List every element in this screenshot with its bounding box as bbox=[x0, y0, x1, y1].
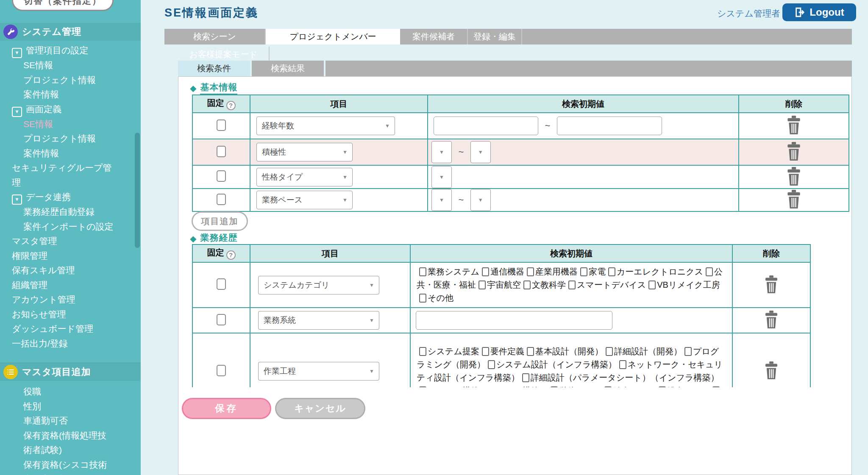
sidebar-item[interactable]: ▼管理項目の設定 bbox=[0, 43, 119, 58]
item-select[interactable]: 作業工程 bbox=[258, 362, 379, 381]
add-item-button[interactable]: 項目追加 bbox=[192, 211, 248, 231]
delete-trash-icon[interactable] bbox=[786, 116, 801, 134]
delete-trash-icon[interactable] bbox=[786, 142, 801, 161]
collapse-toggle-icon[interactable]: ▼ bbox=[12, 107, 22, 117]
item-select[interactable]: 業務系統 bbox=[258, 311, 379, 330]
checkbox[interactable] bbox=[419, 294, 426, 303]
sidebar-item[interactable]: 役職 bbox=[0, 384, 114, 399]
sidebar-item[interactable]: ▼データ連携 bbox=[0, 190, 119, 205]
subtab-search-conditions[interactable]: 検索条件 bbox=[178, 61, 250, 76]
checkbox[interactable] bbox=[523, 281, 531, 289]
checkbox[interactable] bbox=[606, 347, 613, 356]
item-select[interactable]: 性格タイプ bbox=[256, 168, 353, 186]
sidebar-item[interactable]: 組織管理 bbox=[0, 278, 119, 293]
sidebar-item[interactable]: 性別 bbox=[0, 399, 114, 414]
sidebar-item[interactable]: 一括出力/登録 bbox=[0, 336, 119, 351]
item-select[interactable]: 業務ペース bbox=[256, 191, 353, 209]
sidebar-item[interactable]: 保有スキル管理 bbox=[0, 263, 119, 278]
fixed-checkbox[interactable] bbox=[217, 314, 226, 325]
fixed-checkbox[interactable] bbox=[217, 194, 226, 205]
delete-trash-icon[interactable] bbox=[764, 311, 779, 328]
range-from-select[interactable] bbox=[431, 141, 452, 163]
sidebar-item[interactable]: 案件情報 bbox=[0, 146, 114, 161]
delete-trash-icon[interactable] bbox=[786, 190, 801, 208]
sidebar-item[interactable]: アカウント管理 bbox=[0, 292, 119, 307]
checkbox[interactable] bbox=[706, 267, 713, 276]
item-select[interactable]: 経験年数 bbox=[256, 117, 395, 135]
sidebar-item[interactable]: SE情報 bbox=[0, 117, 114, 132]
checkbox[interactable] bbox=[712, 386, 720, 387]
sidebar-item[interactable]: 保有資格(シスコ技術者認定資格) bbox=[0, 458, 114, 475]
checkbox[interactable] bbox=[648, 281, 656, 289]
checkbox[interactable] bbox=[419, 386, 426, 387]
sidebar-item[interactable]: セキュリティグループ管理 bbox=[0, 161, 119, 190]
sidebar-item[interactable]: プロジェクト情報 bbox=[0, 73, 114, 88]
checkbox[interactable] bbox=[551, 386, 558, 387]
range-to-input[interactable] bbox=[557, 117, 662, 135]
sidebar-item[interactable]: SE情報 bbox=[0, 58, 114, 73]
logout-button[interactable]: Logout bbox=[782, 3, 856, 21]
tab-project-member[interactable]: プロジェクトメンバー bbox=[266, 29, 400, 44]
sidebar-item[interactable]: 案件インポートの設定 bbox=[0, 219, 114, 234]
checkbox[interactable] bbox=[522, 373, 529, 382]
checkbox[interactable] bbox=[684, 347, 692, 356]
delete-trash-icon[interactable] bbox=[786, 167, 801, 186]
collapse-toggle-icon[interactable]: ▼ bbox=[12, 194, 22, 205]
checkbox[interactable] bbox=[419, 267, 426, 276]
sidebar-item[interactable]: プロジェクト情報 bbox=[0, 131, 114, 146]
tab-register-edit[interactable]: 登録・編集 bbox=[468, 29, 522, 44]
tab-search-scene[interactable]: 検索シーン bbox=[164, 29, 266, 44]
sidebar-scrollbar-thumb[interactable] bbox=[135, 133, 140, 248]
checkbox[interactable] bbox=[568, 281, 576, 289]
range-from-input[interactable] bbox=[434, 117, 538, 135]
fixed-checkbox[interactable] bbox=[217, 146, 226, 157]
sidebar-item[interactable]: お知らせ管理 bbox=[0, 307, 119, 322]
help-icon[interactable]: ? bbox=[226, 250, 236, 260]
checkbox[interactable] bbox=[527, 347, 534, 356]
sidebar-item[interactable]: 業務経歴自動登録 bbox=[0, 205, 114, 219]
value-text-input[interactable] bbox=[416, 311, 612, 330]
sidebar-item[interactable]: ▼画面定義 bbox=[0, 102, 119, 117]
table-header-row: 固定? 項目 検索初期値 削除 bbox=[192, 244, 810, 262]
subtab-search-results[interactable]: 検索結果 bbox=[252, 61, 324, 76]
sidebar-item-label: マスタ管理 bbox=[12, 236, 57, 246]
checkbox[interactable] bbox=[482, 267, 489, 276]
item-select[interactable]: システムカテゴリ bbox=[258, 276, 379, 294]
fixed-checkbox[interactable] bbox=[217, 278, 226, 290]
tab-case-candidate[interactable]: 案件候補者 bbox=[400, 29, 468, 44]
save-button[interactable]: 保存 bbox=[182, 398, 271, 419]
delete-trash-icon[interactable] bbox=[764, 275, 779, 293]
range-to-select[interactable] bbox=[470, 189, 491, 211]
item-select[interactable]: 積極性 bbox=[256, 143, 353, 161]
sidebar-item[interactable]: 車通勤可否 bbox=[0, 414, 114, 428]
checkbox-option: システム設計（インフラ構築） bbox=[485, 360, 617, 369]
sidebar-item[interactable]: マスタ管理 bbox=[0, 234, 119, 249]
fixed-checkbox[interactable] bbox=[217, 170, 226, 182]
fixed-checkbox[interactable] bbox=[217, 119, 226, 131]
checkbox[interactable] bbox=[488, 360, 495, 369]
switch-case-button[interactable]: 切替（案件指定） bbox=[12, 0, 114, 11]
range-from-select[interactable] bbox=[431, 189, 452, 211]
checkbox[interactable] bbox=[608, 267, 615, 276]
range-to-select[interactable] bbox=[470, 141, 491, 163]
checkbox[interactable] bbox=[619, 360, 626, 369]
checkbox[interactable] bbox=[604, 386, 612, 387]
cancel-button[interactable]: キャンセル bbox=[275, 398, 365, 419]
sidebar-item[interactable]: 保有資格(情報処理技術者試験) bbox=[0, 428, 114, 458]
fixed-checkbox[interactable] bbox=[217, 365, 226, 376]
sidebar-item[interactable]: 案件情報 bbox=[0, 87, 114, 102]
delete-trash-icon[interactable] bbox=[764, 361, 779, 379]
help-icon[interactable]: ? bbox=[226, 101, 236, 110]
value-select[interactable] bbox=[431, 166, 452, 188]
sidebar-item-label: 管理項目の設定 bbox=[26, 45, 89, 55]
checkbox[interactable] bbox=[479, 281, 486, 289]
collapse-toggle-icon[interactable]: ▼ bbox=[12, 48, 22, 58]
sidebar-item[interactable]: 権限管理 bbox=[0, 249, 119, 264]
checkbox[interactable] bbox=[482, 347, 489, 356]
checkbox[interactable] bbox=[580, 267, 587, 276]
tab-customer-proposal-mode[interactable]: お客様提案モード bbox=[178, 47, 270, 62]
checkbox[interactable] bbox=[527, 267, 534, 276]
checkbox[interactable] bbox=[659, 386, 666, 387]
checkbox[interactable] bbox=[419, 347, 426, 356]
sidebar-item[interactable]: ダッシュボード管理 bbox=[0, 322, 119, 336]
